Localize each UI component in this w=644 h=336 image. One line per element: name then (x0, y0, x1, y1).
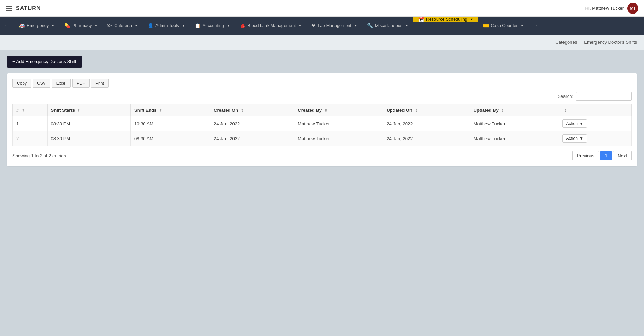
add-emergency-shift-button[interactable]: + Add Emergency Doctor's Shift (7, 56, 82, 68)
hamburger-menu[interactable] (6, 6, 12, 11)
col-header-shift-starts[interactable]: Shift Starts ⇕ (47, 104, 131, 116)
topbar-left: SATURN (6, 5, 41, 11)
table-row: 1 08:30 PM 10:30 AM 24 Jan, 2022 Matthew… (13, 116, 632, 131)
nav-item-accounting[interactable]: 📋 Accounting ▼ (190, 17, 235, 35)
nav-item-miscellaneous[interactable]: 🔧 Miscellaneous ▼ (362, 17, 413, 35)
nav-item-label: Accounting (203, 23, 224, 28)
user-greeting: Hi, Matthew Tucker (585, 6, 624, 11)
col-header-created-by[interactable]: Created By ⇕ (294, 104, 383, 116)
col-header-actions: ⇕ (559, 104, 631, 116)
cafeteria-icon: 🍽 (107, 23, 112, 28)
secondary-nav: Categories Emergency Doctor's Shifts (0, 35, 644, 50)
nav-item-emergency[interactable]: 🚑 Emergency ▼ (14, 17, 59, 35)
nav-forward-button[interactable]: → (528, 17, 542, 35)
copy-button[interactable]: Copy (12, 79, 31, 88)
secondary-nav-categories[interactable]: Categories (555, 40, 577, 45)
table-row: 2 08:30 PM 08:30 AM 24 Jan, 2022 Matthew… (13, 131, 632, 146)
nav-item-label: Emergency (27, 23, 49, 28)
pharmacy-icon: 💊 (64, 23, 70, 28)
topbar: SATURN Hi, Matthew Tucker MT (0, 0, 644, 17)
nav-item-resource-scheduling-wrapper: 📅 Resource Scheduling ▼ Rosters Individu… (413, 17, 478, 35)
pdf-button[interactable]: PDF (72, 79, 90, 88)
nav-item-lab-management[interactable]: ❤ Lab Management ▼ (306, 17, 362, 35)
chevron-down-icon: ▼ (94, 24, 98, 27)
page-buttons: Previous 1 Next (572, 151, 632, 160)
nav-item-label: Resource Scheduling (426, 17, 467, 22)
avatar[interactable]: MT (627, 3, 638, 14)
chevron-down-icon: ▼ (520, 24, 524, 27)
col-header-num[interactable]: # ⇕ (13, 104, 48, 116)
nav-item-resource-scheduling[interactable]: 📅 Resource Scheduling ▼ (413, 17, 478, 22)
misc-icon: 🔧 (367, 23, 373, 28)
blood-bank-icon: 🩸 (240, 23, 246, 28)
chevron-down-icon: ▼ (579, 121, 583, 126)
print-button[interactable]: Print (91, 79, 109, 88)
col-header-updated-on[interactable]: Updated On ⇕ (383, 104, 470, 116)
csv-button[interactable]: CSV (33, 79, 50, 88)
chevron-down-icon: ▼ (579, 136, 583, 141)
chevron-down-icon: ▼ (299, 24, 302, 27)
cell-shift-starts: 08:30 PM (47, 116, 131, 131)
nav-item-cafeteria[interactable]: 🍽 Cafeteria ▼ (102, 17, 143, 35)
chevron-down-icon: ▼ (51, 24, 54, 27)
excel-button[interactable]: Excel (52, 79, 71, 88)
col-header-created-on[interactable]: Created On ⇕ (210, 104, 294, 116)
showing-entries-text: Showing 1 to 2 of 2 entries (12, 153, 66, 158)
page-1-button[interactable]: 1 (600, 151, 612, 160)
chevron-down-icon: ▼ (470, 18, 473, 21)
nav-back-button[interactable]: ← (0, 17, 14, 35)
navbar: ← 🚑 Emergency ▼ 💊 Pharmacy ▼ 🍽 Cafeteria… (0, 17, 644, 35)
shifts-table: # ⇕ Shift Starts ⇕ Shift Ends ⇕ Created … (12, 104, 632, 146)
pagination: Showing 1 to 2 of 2 entries Previous 1 N… (12, 151, 632, 160)
nav-item-blood-bank[interactable]: 🩸 Blood bank Management ▼ (235, 17, 307, 35)
cell-action: Action ▼ (559, 116, 631, 131)
nav-item-admin-tools[interactable]: 👤 Admin Tools ▼ (143, 17, 190, 35)
cell-shift-ends: 10:30 AM (131, 116, 210, 131)
action-button-1[interactable]: Action ▼ (562, 119, 587, 128)
cell-updated-on: 24 Jan, 2022 (383, 116, 470, 131)
cell-num: 2 (13, 131, 48, 146)
nav-item-label: Admin Tools (155, 23, 179, 28)
cell-updated-by: Matthew Tucker (470, 116, 559, 131)
search-label: Search: (558, 94, 573, 99)
search-input[interactable] (576, 92, 632, 101)
resource-icon: 📅 (418, 17, 424, 22)
main-content: + Add Emergency Doctor's Shift Copy CSV … (0, 50, 644, 171)
cell-updated-on: 24 Jan, 2022 (383, 131, 470, 146)
export-buttons: Copy CSV Excel PDF Print (12, 79, 632, 88)
previous-button[interactable]: Previous (572, 151, 599, 160)
nav-item-label: Lab Management (317, 23, 351, 28)
chevron-down-icon: ▼ (227, 24, 230, 27)
nav-item-cash-counter[interactable]: 💳 Cash Counter ▼ (478, 17, 528, 35)
secondary-nav-emergency-doctors-shifts[interactable]: Emergency Doctor's Shifts (584, 40, 637, 45)
nav-item-label: Pharmacy (72, 23, 92, 28)
cash-icon: 💳 (483, 23, 489, 28)
cell-action: Action ▼ (559, 131, 631, 146)
nav-item-label: Cash Counter (491, 23, 518, 28)
accounting-icon: 📋 (195, 23, 201, 28)
chevron-down-icon: ▼ (182, 24, 185, 27)
chevron-down-icon: ▼ (135, 24, 138, 27)
cell-created-by: Matthew Tucker (294, 131, 383, 146)
cell-updated-by: Matthew Tucker (470, 131, 559, 146)
table-search-row: Search: (12, 92, 632, 101)
action-button-2[interactable]: Action ▼ (562, 134, 587, 143)
cell-shift-starts: 08:30 PM (47, 131, 131, 146)
topbar-right: Hi, Matthew Tucker MT (585, 3, 638, 14)
cell-num: 1 (13, 116, 48, 131)
nav-item-label: Cafeteria (114, 23, 132, 28)
table-card: Copy CSV Excel PDF Print Search: # ⇕ Shi… (7, 73, 637, 166)
admin-icon: 👤 (147, 23, 153, 28)
nav-item-pharmacy[interactable]: 💊 Pharmacy ▼ (59, 17, 102, 35)
next-button[interactable]: Next (613, 151, 632, 160)
cell-shift-ends: 08:30 AM (131, 131, 210, 146)
chevron-down-icon: ▼ (405, 24, 408, 27)
cell-created-on: 24 Jan, 2022 (210, 131, 294, 146)
col-header-updated-by[interactable]: Updated By ⇕ (470, 104, 559, 116)
nav-item-label: Blood bank Management (248, 23, 296, 28)
col-header-shift-ends[interactable]: Shift Ends ⇕ (131, 104, 210, 116)
cell-created-by: Matthew Tucker (294, 116, 383, 131)
emergency-icon: 🚑 (19, 23, 25, 28)
lab-icon: ❤ (311, 23, 315, 28)
nav-item-label: Miscellaneous (375, 23, 402, 28)
